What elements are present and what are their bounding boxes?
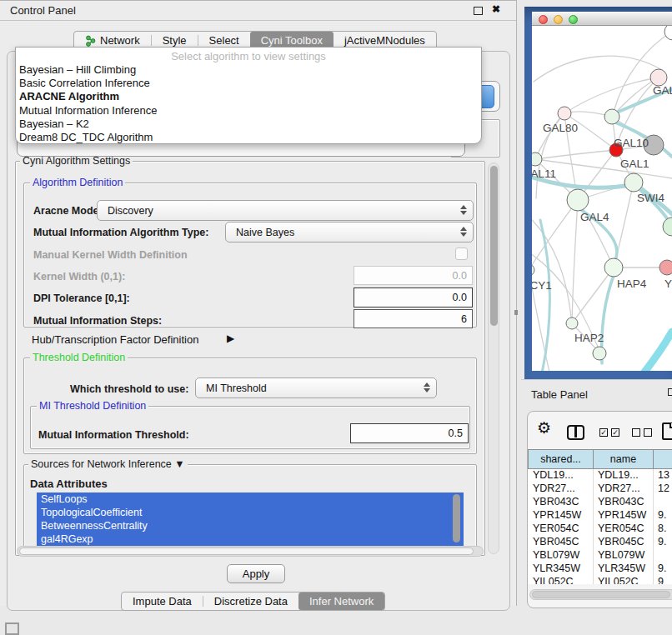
page-icon[interactable] <box>662 422 672 440</box>
which-threshold-value: MI Threshold <box>206 382 267 394</box>
sources-title[interactable]: Sources for Network Inference ▼ <box>28 459 188 470</box>
collapse-arrow-icon[interactable]: ▶ <box>227 332 234 344</box>
float-window-icon[interactable] <box>474 7 483 15</box>
table-row[interactable]: YPR145WYPR145W9. <box>528 509 672 522</box>
table-panel-float-icon[interactable] <box>668 388 672 396</box>
aracne-mode-value: Discovery <box>108 205 153 217</box>
column-header[interactable] <box>653 449 672 469</box>
network-node-gcy1[interactable] <box>532 264 534 276</box>
algorithm-option[interactable]: Bayesian – Hill Climbing <box>16 63 481 77</box>
tab-discretize-data[interactable]: Discretize Data <box>203 592 298 610</box>
close-icon[interactable]: ✖ <box>492 3 500 15</box>
node-label: GAL1 <box>620 158 649 170</box>
column-header[interactable]: name <box>593 449 654 469</box>
network-node-gal11[interactable] <box>532 152 542 166</box>
unchecked-box-icon-1[interactable] <box>632 428 640 437</box>
collapsed-panel-button[interactable] <box>5 622 19 635</box>
mi-steps-field[interactable]: 6 <box>354 309 473 328</box>
network-node[interactable] <box>593 347 606 360</box>
network-node[interactable] <box>663 218 672 236</box>
network-canvas[interactable]: GALGAL80GAL10GAL1GAL11SWI4GAL4GCY1HAP4YH… <box>532 26 672 371</box>
columns-icon[interactable] <box>567 425 584 440</box>
algorithm-option[interactable]: Bayesian – K2 <box>16 118 481 131</box>
data-attributes-list[interactable]: SelfLoopsTopologicalCoefficientBetweenne… <box>37 492 464 546</box>
column-header[interactable]: shared... <box>528 449 594 469</box>
network-edge[interactable] <box>535 150 616 159</box>
network-edge[interactable] <box>532 213 571 317</box>
attributes-scrollbar-thumb[interactable] <box>453 494 460 542</box>
table-row[interactable]: YLR345WYLR345W9. <box>528 562 672 576</box>
table-cell: 9. <box>653 536 672 549</box>
dpi-tolerance-field[interactable]: 0.0 <box>354 288 473 308</box>
table-row[interactable]: YIL052CYIL052C9 <box>528 576 672 584</box>
table-row[interactable]: YDL19...YDL19...13 <box>528 469 672 482</box>
network-node-gal10[interactable] <box>604 109 619 124</box>
network-node-gal80[interactable] <box>558 107 571 120</box>
mi-type-select[interactable]: Naive Bayes <box>225 222 474 242</box>
settings-horizontal-scrollbar[interactable] <box>17 546 484 557</box>
spinner-arrows-icon <box>424 382 430 392</box>
settings-horizontal-scrollbar-thumb[interactable] <box>19 548 474 555</box>
mi-threshold-field[interactable]: 0.5 <box>350 423 469 443</box>
network-node-hap4[interactable] <box>604 258 623 277</box>
splitter-handle[interactable] <box>514 310 518 315</box>
table-row[interactable]: YBR045CYBR045C9. <box>528 536 672 549</box>
close-traffic-light-icon[interactable] <box>539 15 548 24</box>
tab-impute-data[interactable]: Impute Data <box>122 592 203 610</box>
algorithm-option[interactable]: ARACNE Algorithm <box>16 90 481 103</box>
zoom-traffic-light-icon[interactable] <box>569 15 578 24</box>
table-cell: YER054C <box>593 522 653 536</box>
data-attribute-item[interactable]: TopologicalCoefficient <box>37 506 464 519</box>
network-node[interactable] <box>664 26 672 40</box>
data-attribute-item[interactable]: BetweennessCentrality <box>37 519 464 532</box>
data-attribute-item[interactable]: gal4RGexp <box>37 532 464 546</box>
algorithm-option[interactable]: Mutual Information Inference <box>16 104 481 118</box>
algorithm-option[interactable]: Basic Correlation Inference <box>16 77 481 90</box>
node-label: GAL4 <box>580 211 609 223</box>
spinner-arrows-icon <box>460 227 467 237</box>
checked-box-icon-2[interactable]: ✓ <box>611 428 619 437</box>
network-edge[interactable] <box>534 56 662 82</box>
network-edge[interactable] <box>637 332 672 371</box>
network-edge[interactable] <box>540 220 549 371</box>
network-node-swi4[interactable] <box>624 173 643 192</box>
table-cell: YDR27... <box>528 482 593 496</box>
data-attribute-item[interactable]: SelfLoops <box>37 492 464 506</box>
network-node-y[interactable] <box>659 260 672 275</box>
network-edge[interactable] <box>564 78 659 113</box>
table-panel: ⚙ ✓ ✓ shared...name YDL19...YDL19...13YD… <box>527 411 672 608</box>
node-label: HAP4 <box>617 278 647 290</box>
table-row[interactable]: YBL079WYBL079W <box>528 549 672 562</box>
apply-button[interactable]: Apply <box>227 564 285 583</box>
expand-arrow-icon[interactable]: ▼ <box>174 458 184 470</box>
tab-label: jActiveMNodules <box>344 34 425 47</box>
which-threshold-select[interactable]: MI Threshold <box>195 378 437 398</box>
table-cell <box>653 549 672 562</box>
gear-icon[interactable]: ⚙ <box>537 420 551 436</box>
checked-box-icon-1[interactable]: ✓ <box>599 428 608 437</box>
aracne-mode-select[interactable]: Discovery <box>97 200 474 221</box>
network-node-gal4[interactable] <box>567 189 589 211</box>
network-edge[interactable] <box>535 113 564 159</box>
table-cell: 9 <box>653 576 672 584</box>
settings-vertical-scrollbar-thumb[interactable] <box>490 166 498 326</box>
table-row[interactable]: YBR043CYBR043C <box>528 496 672 509</box>
unchecked-box-icon-2[interactable] <box>644 428 652 437</box>
settings-vertical-scrollbar[interactable] <box>488 162 499 554</box>
manual-kernel-checkbox[interactable] <box>455 248 468 260</box>
table-row[interactable]: YDR27...YDR27...12 <box>528 482 672 496</box>
network-window-titlebar[interactable] <box>532 12 672 26</box>
algorithm-option[interactable]: Dream8 DC_TDC Algorithm <box>16 131 481 144</box>
table-panel-title: Table Panel <box>531 388 588 401</box>
hub-definition-label[interactable]: Hub/Transcription Factor Definition <box>32 333 198 346</box>
tab-infer-network[interactable]: Infer Network <box>298 592 384 610</box>
aracne-mode-label: Aracne Mode: <box>33 205 103 217</box>
table-row[interactable]: YER054CYER054C8. <box>528 522 672 536</box>
table-cell: YPR145W <box>528 509 593 522</box>
network-node-gal[interactable] <box>650 69 667 86</box>
table-cell: 12 <box>653 482 672 496</box>
network-node-hap2[interactable] <box>566 318 578 329</box>
table-horizontal-scrollbar-thumb[interactable] <box>532 591 670 598</box>
table-horizontal-scrollbar[interactable] <box>529 589 672 600</box>
minimize-traffic-light-icon[interactable] <box>554 15 563 24</box>
